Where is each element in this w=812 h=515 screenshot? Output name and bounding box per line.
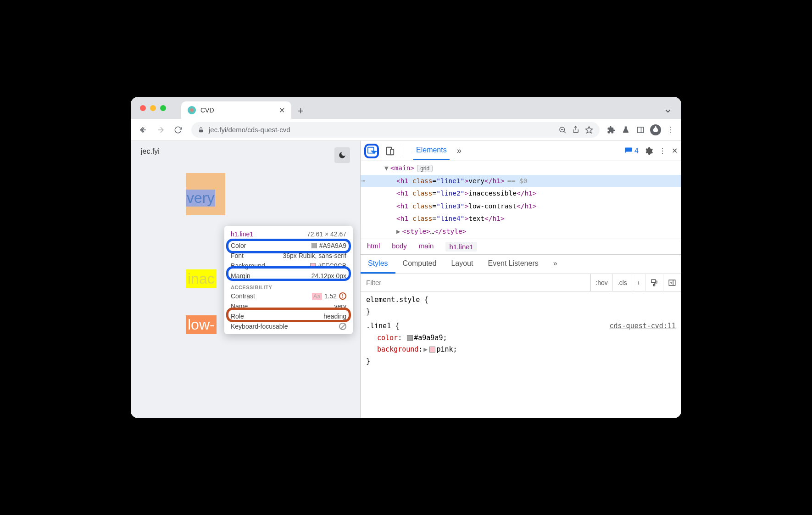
svg-marker-8	[586, 126, 593, 133]
filter-input[interactable]	[361, 279, 590, 286]
tt-font-label: Font	[231, 252, 244, 259]
tab-elements[interactable]: Elements	[413, 141, 450, 160]
tab-event-listeners[interactable]: Event Listeners	[480, 255, 545, 274]
share-icon[interactable]	[572, 126, 579, 134]
svg-rect-13	[390, 149, 394, 155]
theme-toggle-button[interactable]	[334, 147, 350, 163]
breadcrumbs: html body main h1.line1	[361, 239, 681, 255]
tt-focus-label: Keyboard-focusable	[231, 323, 288, 330]
panel-toggle-icon[interactable]	[663, 274, 681, 291]
browser-toolbar: jec.fyi/demo/cds-quest-cvd ⋮	[131, 119, 681, 141]
reload-button[interactable]	[171, 123, 185, 137]
crumb-main[interactable]: main	[419, 242, 434, 252]
new-tab-button[interactable]: +	[291, 105, 310, 117]
address-bar[interactable]: jec.fyi/demo/cds-quest-cvd	[191, 122, 600, 138]
element-h1-line4[interactable]: <h1 class="line4">text</h1>	[361, 213, 681, 225]
tt-role-value: heading	[323, 313, 346, 320]
browser-tab[interactable]: CVD ✕	[181, 101, 291, 119]
extensions-icon[interactable]	[606, 125, 616, 135]
word1-element[interactable]: very	[186, 173, 225, 215]
tab-computed[interactable]: Computed	[395, 255, 444, 274]
elements-tree[interactable]: ▼<main>grid <h1 class="line1">very</h1>=…	[361, 161, 681, 239]
svg-rect-3	[199, 129, 203, 132]
tt-a11y-header: ACCESSIBILITY	[224, 281, 353, 291]
crumb-h1[interactable]: h1.line1	[445, 242, 477, 252]
tab-layout[interactable]: Layout	[444, 255, 480, 274]
forward-button[interactable]	[154, 123, 167, 137]
prohibit-icon	[339, 323, 346, 330]
devtools-panel: Elements » 4 ⋮ ✕ ▼<main>grid <h1 class="…	[360, 141, 681, 418]
browser-window: CVD ✕ + jec.fyi/demo/cds-quest-cvd	[131, 97, 681, 418]
issues-count: 4	[634, 147, 639, 155]
tt-font-value: 36px Rubik, sans-serif	[283, 252, 346, 259]
issues-button[interactable]: 4	[624, 147, 639, 155]
word2-element[interactable]: inac	[186, 269, 217, 288]
more-styles-tabs[interactable]: »	[546, 255, 565, 274]
element-style-rule: element.style {	[366, 294, 676, 306]
grid-badge[interactable]: grid	[417, 165, 433, 172]
paint-tool-icon[interactable]	[645, 274, 663, 291]
menu-icon[interactable]: ⋮	[666, 125, 676, 135]
tooltip-selector: h1.line1	[231, 230, 253, 238]
color-swatch	[311, 243, 317, 248]
crumb-html[interactable]: html	[367, 242, 380, 252]
minimize-window-button[interactable]	[150, 105, 156, 111]
tt-color-value: #A9A9A9	[319, 242, 346, 249]
zoom-icon[interactable]	[558, 126, 567, 134]
element-h1-line1[interactable]: <h1 class="line1">very</h1>== $0	[361, 175, 681, 188]
tt-contrast-value: 1.52	[324, 292, 337, 300]
kebab-menu-icon[interactable]: ⋮	[659, 146, 666, 155]
settings-icon[interactable]	[644, 146, 653, 156]
tab-title: CVD	[200, 106, 274, 114]
bookmark-icon[interactable]	[585, 126, 593, 134]
webpage-viewport: jec.fyi very inac low- h1.line1 72.61 × …	[131, 141, 360, 418]
word1-text: very	[186, 190, 215, 207]
inspector-tooltip: h1.line1 72.61 × 42.67 Color #A9A9A9 Fon…	[224, 226, 353, 334]
titlebar: CVD ✕ +	[131, 97, 681, 119]
account-icon[interactable]	[650, 124, 661, 135]
styles-toolbar: :hov .cls +	[361, 274, 681, 291]
more-tabs-button[interactable]: »	[457, 146, 462, 156]
styles-panel-tabs: Styles Computed Layout Event Listeners »	[361, 255, 681, 274]
favicon-icon	[188, 106, 196, 114]
source-link[interactable]: cds-quest-cvd:11	[610, 320, 676, 332]
tab-styles[interactable]: Styles	[361, 255, 395, 274]
tab-overflow-button[interactable]	[664, 107, 672, 115]
hov-button[interactable]: :hov	[591, 274, 612, 291]
labs-icon[interactable]	[621, 125, 631, 135]
line1-selector: .line1 {	[366, 320, 399, 332]
element-h1-line2[interactable]: <h1 class="line2">inaccessible</h1>	[361, 187, 681, 200]
svg-rect-14	[651, 280, 656, 282]
new-rule-button[interactable]: +	[632, 274, 645, 291]
close-devtools-button[interactable]: ✕	[672, 146, 678, 155]
tooltip-dimensions: 72.61 × 42.67	[307, 230, 346, 238]
tt-bg-value: #FFC0CB	[318, 262, 346, 269]
inspect-element-button[interactable]	[364, 144, 379, 158]
tt-role-label: Role	[231, 313, 244, 320]
site-name: jec.fyi	[141, 147, 160, 163]
word3-element[interactable]: low-	[186, 315, 217, 334]
window-controls	[140, 105, 166, 111]
tt-contrast-label: Contrast	[231, 292, 255, 300]
tt-margin-label: Margin	[231, 272, 250, 280]
bg-swatch	[310, 263, 316, 269]
panel-icon[interactable]	[635, 125, 645, 135]
svg-rect-16	[669, 280, 675, 285]
aa-badge: Aa	[312, 293, 322, 300]
crumb-body[interactable]: body	[392, 242, 407, 252]
styles-rules[interactable]: element.style { } .line1 { cds-quest-cvd…	[361, 291, 681, 370]
cls-button[interactable]: .cls	[613, 274, 632, 291]
element-style[interactable]: ▶<style>…</style>	[361, 225, 681, 238]
maximize-window-button[interactable]	[160, 105, 166, 111]
url-text: jec.fyi/demo/cds-quest-cvd	[209, 126, 290, 134]
close-window-button[interactable]	[140, 105, 146, 111]
bg-swatch-icon[interactable]	[429, 347, 435, 353]
back-button[interactable]	[136, 123, 150, 137]
device-toolbar-button[interactable]	[383, 144, 397, 158]
close-tab-button[interactable]: ✕	[279, 106, 285, 115]
element-h1-line3[interactable]: <h1 class="line3">low-contrast</h1>	[361, 200, 681, 213]
tt-name-value: very	[334, 302, 346, 310]
warning-icon: !	[339, 292, 346, 300]
svg-line-6	[564, 131, 566, 133]
color-swatch-icon[interactable]	[407, 335, 413, 341]
